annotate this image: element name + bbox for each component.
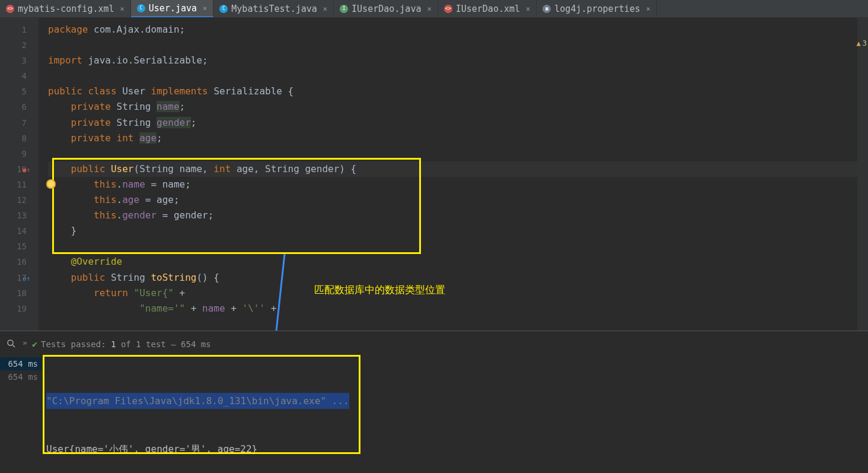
code-editor[interactable]: 1 2 3 4 5 6 7 8 9 10 11 12 13 14 15 16 1… bbox=[0, 18, 868, 331]
java-class-icon: C bbox=[219, 5, 228, 13]
tab-label: IUserDao.xml bbox=[456, 4, 520, 14]
console-line: User{name='小伟', gender='男', age=22} bbox=[46, 443, 257, 455]
run-console: » ✔ Tests passed: 1 of 1 test – 654 ms 6… bbox=[0, 331, 868, 473]
override-marker-icon[interactable]: ●↑ bbox=[23, 163, 30, 178]
warning-icon: ▲ bbox=[857, 39, 861, 47]
tab-label: mybatis-config.xml bbox=[18, 4, 114, 14]
java-class-icon: C bbox=[137, 4, 145, 12]
svg-line-2 bbox=[12, 345, 15, 347]
editor-scroll-strip[interactable] bbox=[857, 18, 868, 331]
warnings-indicator[interactable]: ▲ 3 bbox=[857, 39, 867, 47]
test-time-item[interactable]: 654 ms bbox=[0, 357, 42, 370]
tab-user-java[interactable]: C User.java × bbox=[131, 0, 214, 17]
console-output[interactable]: "C:\Program Files\Java\jdk1.8.0_131\bin\… bbox=[46, 361, 349, 473]
properties-icon: ▦ bbox=[542, 5, 551, 13]
close-icon[interactable]: × bbox=[427, 5, 431, 13]
tab-iuserdao-xml[interactable]: <> IUserDao.xml × bbox=[438, 0, 537, 17]
chevron-right-icon[interactable]: » bbox=[23, 338, 27, 347]
code-area[interactable]: package com.Ajax.domain; import java.io.… bbox=[39, 18, 868, 331]
tab-label: log4j.properties bbox=[554, 4, 640, 14]
close-icon[interactable]: × bbox=[646, 5, 650, 13]
test-time-sidebar: 654 ms 654 ms bbox=[0, 357, 42, 383]
close-icon[interactable]: × bbox=[526, 5, 530, 13]
search-icon[interactable] bbox=[6, 338, 17, 349]
xml-icon: <> bbox=[444, 5, 452, 13]
close-icon[interactable]: × bbox=[120, 5, 125, 13]
test-time-item[interactable]: 654 ms bbox=[0, 370, 42, 383]
svg-point-1 bbox=[8, 340, 13, 345]
java-interface-icon: I bbox=[340, 5, 348, 13]
annotation-label: 匹配数据库中的数据类型位置 bbox=[314, 283, 445, 297]
warning-count: 3 bbox=[863, 39, 867, 47]
tab-iuserdao-java[interactable]: I IUserDao.java × bbox=[334, 0, 438, 17]
tab-label: MybatisTest.java bbox=[231, 4, 317, 14]
close-icon[interactable]: × bbox=[323, 5, 327, 13]
tab-mybatis-test[interactable]: C MybatisTest.java × bbox=[213, 0, 334, 17]
tab-mybatis-config[interactable]: <> mybatis-config.xml × bbox=[0, 0, 131, 17]
editor-tabs: <> mybatis-config.xml × C User.java × C … bbox=[0, 0, 868, 18]
intention-bulb-icon[interactable] bbox=[46, 179, 56, 189]
console-line: "C:\Program Files\Java\jdk1.8.0_131\bin\… bbox=[46, 393, 349, 409]
tab-log4j-properties[interactable]: ▦ log4j.properties × bbox=[537, 0, 657, 17]
override-marker-icon[interactable]: o↑ bbox=[23, 271, 30, 287]
console-header: » ✔ Tests passed: 1 of 1 test – 654 ms bbox=[0, 331, 868, 357]
tab-label: IUserDao.java bbox=[352, 4, 421, 14]
tab-label: User.java bbox=[149, 3, 197, 14]
xml-icon: <> bbox=[6, 5, 14, 13]
line-gutter: 1 2 3 4 5 6 7 8 9 10 11 12 13 14 15 16 1… bbox=[0, 18, 39, 331]
close-icon[interactable]: × bbox=[203, 4, 207, 12]
check-icon: ✔ bbox=[32, 339, 37, 350]
tests-passed-label: Tests passed: 1 of 1 test – 654 ms bbox=[41, 339, 211, 349]
